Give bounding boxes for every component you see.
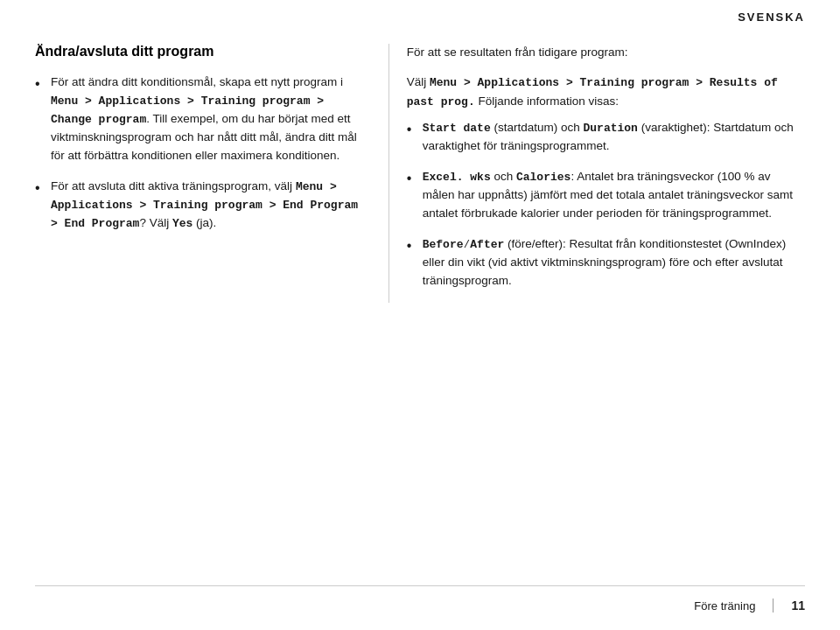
list-item: Start date (startdatum) och Duration (va… (407, 119, 805, 156)
bullet2-mono: Menu > Applications > Training program >… (51, 180, 358, 230)
r-bullet2-bold2: Calories (516, 171, 570, 184)
bullet2-text: För att avsluta ditt aktiva träningsprog… (51, 179, 358, 229)
r-bullet3-bold: Before⁄After (423, 238, 505, 251)
section-title: Ändra/avsluta ditt program (35, 44, 362, 60)
list-item: För att ändra ditt konditionsmål, skapa … (35, 74, 362, 165)
page-number: 11 (791, 598, 805, 612)
bullet1-mono: Menu > Applications > Training program >… (51, 94, 324, 126)
r-bullet1-bold2: Duration (583, 122, 637, 135)
page: SVENSKA Ändra/avsluta ditt program För a… (0, 0, 840, 630)
footer: Före träning 11 (694, 598, 805, 612)
left-column: Ändra/avsluta ditt program För att ändra… (35, 44, 362, 303)
list-item: Excel. wks och Calories: Antalet bra trä… (407, 168, 805, 223)
r-bullet2-text: Excel. wks och Calories: Antalet bra trä… (423, 170, 793, 220)
list-item: För att avsluta ditt aktiva träningsprog… (35, 178, 362, 233)
content-area: Ändra/avsluta ditt program För att ändra… (35, 44, 805, 303)
r-bullet3-text: Before⁄After (före/efter): Resultat från… (423, 237, 787, 287)
r-bullet1-bold: Start date (423, 122, 491, 135)
right-column: För att se resultaten från tidigare prog… (388, 44, 805, 303)
bullet2-yes: Yes (172, 217, 192, 230)
footer-divider-line (35, 585, 805, 586)
r-bullet2-bold: Excel. wks (423, 171, 491, 184)
r-bullet1-text: Start date (startdatum) och Duration (va… (423, 121, 794, 152)
results-intro: För att se resultaten från tidigare prog… (407, 44, 805, 62)
footer-label: Före träning (694, 599, 755, 612)
results-nav-mono: Menu > Applications > Training program >… (407, 76, 778, 108)
results-nav: Välj Menu > Applications > Training prog… (407, 73, 805, 112)
list-item: Before⁄After (före/efter): Resultat från… (407, 235, 805, 290)
bullet-list-right: Start date (startdatum) och Duration (va… (407, 119, 805, 290)
bullet-list-left: För att ändra ditt konditionsmål, skapa … (35, 74, 362, 233)
bullet1-text: För att ändra ditt konditionsmål, skapa … (51, 75, 357, 162)
language-badge: SVENSKA (738, 10, 805, 24)
footer-divider (773, 598, 774, 612)
